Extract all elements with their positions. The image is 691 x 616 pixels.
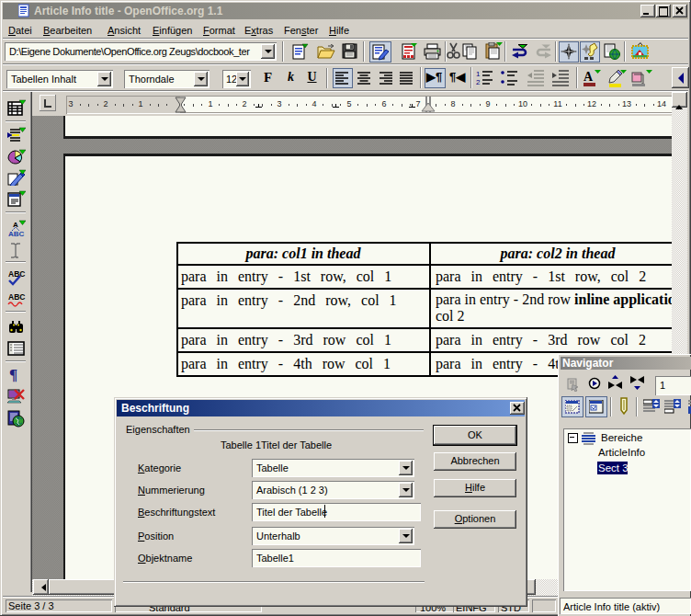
svg-text:ABC: ABC bbox=[8, 292, 25, 302]
svg-text:ABC: ABC bbox=[8, 230, 25, 237]
svg-text:1: 1 bbox=[476, 70, 481, 78]
svg-text:ABC: ABC bbox=[8, 269, 25, 279]
svg-text:2: 2 bbox=[476, 78, 481, 86]
svg-text:A: A bbox=[583, 70, 594, 84]
